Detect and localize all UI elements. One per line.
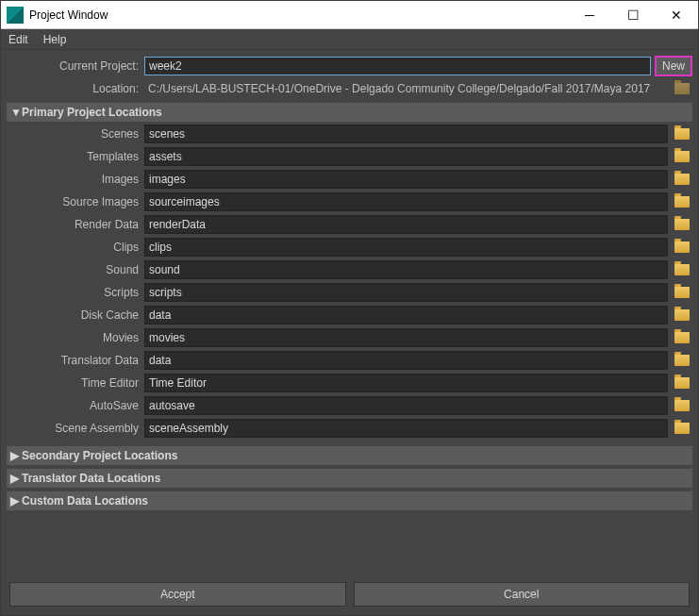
close-button[interactable]: ✕	[655, 1, 698, 28]
field-input[interactable]	[144, 170, 668, 189]
browse-button[interactable]	[672, 260, 692, 279]
folder-icon	[674, 83, 690, 94]
field-input[interactable]	[144, 215, 668, 234]
browse-button[interactable]	[672, 328, 692, 347]
chevron-right-icon: ▶	[10, 449, 22, 462]
browse-button[interactable]	[672, 283, 692, 302]
field-input[interactable]	[144, 328, 668, 347]
field-row: Source Images	[7, 191, 692, 212]
field-input[interactable]	[144, 351, 668, 370]
browse-button[interactable]	[672, 374, 692, 392]
browse-button[interactable]	[672, 238, 692, 257]
field-row: Translator Data	[7, 350, 692, 371]
field-input[interactable]	[144, 125, 668, 143]
accept-button[interactable]: Accept	[9, 582, 346, 607]
folder-icon	[674, 241, 690, 253]
folder-icon	[674, 377, 690, 389]
folder-icon	[674, 332, 690, 343]
field-label: Render Data	[7, 218, 144, 231]
folder-icon	[674, 174, 690, 185]
folder-icon	[674, 423, 690, 434]
folder-icon	[674, 287, 690, 298]
field-label: Movies	[7, 331, 144, 344]
menu-edit[interactable]: Edit	[8, 33, 28, 46]
app-logo-icon	[7, 7, 24, 24]
titlebar: Project Window ─ ☐ ✕	[1, 1, 698, 29]
field-row: Images	[7, 169, 692, 190]
browse-button[interactable]	[672, 419, 692, 438]
field-row: AutoSave	[7, 395, 692, 416]
browse-button[interactable]	[672, 192, 692, 211]
menubar: Edit Help	[1, 29, 698, 50]
section-primary-title: Primary Project Locations	[22, 106, 162, 119]
folder-icon	[674, 400, 690, 411]
field-row: Movies	[7, 327, 692, 348]
section-custom-title: Custom Data Locations	[22, 494, 148, 508]
location-label: Location:	[7, 82, 144, 95]
minimize-button[interactable]: ─	[568, 1, 611, 28]
field-input[interactable]	[144, 306, 668, 325]
field-label: AutoSave	[7, 399, 144, 412]
field-row: Disk Cache	[7, 305, 692, 325]
browse-button[interactable]	[672, 215, 692, 234]
field-row: Clips	[7, 237, 692, 258]
location-browse-button[interactable]	[672, 79, 692, 98]
field-row: Scripts	[7, 282, 692, 303]
chevron-down-icon: ▼	[10, 106, 22, 119]
browse-button[interactable]	[672, 125, 692, 143]
current-project-input[interactable]	[144, 57, 651, 75]
folder-icon	[674, 355, 690, 366]
section-custom-header[interactable]: ▶ Custom Data Locations	[7, 491, 692, 510]
section-translator-header[interactable]: ▶ Translator Data Locations	[7, 469, 692, 488]
field-label: Sound	[7, 263, 144, 276]
field-input[interactable]	[144, 147, 668, 166]
field-input[interactable]	[144, 260, 668, 279]
browse-button[interactable]	[672, 396, 692, 415]
folder-icon	[674, 128, 690, 140]
menu-help[interactable]: Help	[43, 33, 67, 46]
field-input[interactable]	[144, 419, 668, 438]
section-secondary-header[interactable]: ▶ Secondary Project Locations	[7, 446, 692, 465]
field-label: Time Editor	[7, 376, 144, 390]
field-label: Disk Cache	[7, 308, 144, 322]
folder-icon	[674, 309, 690, 321]
field-label: Translator Data	[7, 354, 144, 367]
folder-icon	[674, 151, 690, 162]
field-label: Images	[7, 173, 144, 186]
browse-button[interactable]	[672, 170, 692, 189]
field-input[interactable]	[144, 283, 668, 302]
field-row: Scene Assembly	[7, 418, 692, 439]
cancel-button[interactable]: Cancel	[354, 582, 691, 607]
location-value: C:/Users/LAB-BUSTECH-01/OneDrive - Delga…	[144, 82, 668, 95]
field-row: Sound	[7, 259, 692, 280]
field-label: Scenes	[7, 127, 144, 141]
section-translator-title: Translator Data Locations	[22, 472, 160, 485]
field-label: Scripts	[7, 286, 144, 299]
browse-button[interactable]	[672, 351, 692, 370]
field-label: Scene Assembly	[7, 422, 144, 435]
folder-icon	[674, 219, 690, 230]
folder-icon	[674, 196, 690, 208]
maximize-button[interactable]: ☐	[611, 1, 655, 28]
field-label: Templates	[7, 150, 144, 163]
current-project-label: Current Project:	[7, 59, 144, 73]
footer: Accept Cancel	[9, 582, 690, 607]
window-title: Project Window	[29, 8, 568, 22]
browse-button[interactable]	[672, 306, 692, 325]
field-input[interactable]	[144, 374, 668, 392]
field-label: Source Images	[7, 195, 144, 208]
chevron-right-icon: ▶	[10, 494, 22, 508]
field-row: Scenes	[7, 124, 692, 144]
new-button[interactable]: New	[655, 56, 692, 76]
field-input[interactable]	[144, 192, 668, 211]
chevron-right-icon: ▶	[10, 472, 22, 485]
field-row: Time Editor	[7, 373, 692, 393]
section-primary-header[interactable]: ▼ Primary Project Locations	[7, 103, 692, 122]
field-input[interactable]	[144, 396, 668, 415]
field-label: Clips	[7, 241, 144, 254]
field-row: Templates	[7, 146, 692, 167]
section-secondary-title: Secondary Project Locations	[22, 449, 177, 462]
field-input[interactable]	[144, 238, 668, 257]
field-row: Render Data	[7, 214, 692, 235]
browse-button[interactable]	[672, 147, 692, 166]
